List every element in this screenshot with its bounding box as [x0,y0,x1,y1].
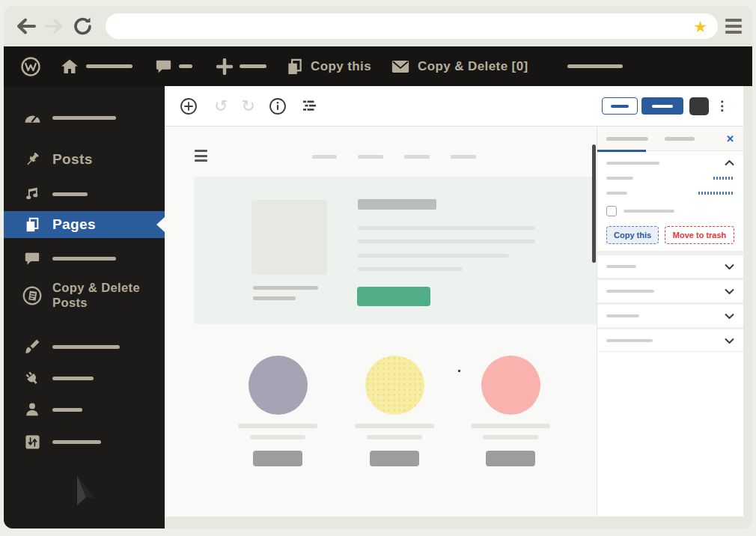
settings-toggle-button[interactable] [689,97,709,115]
gauge-icon [22,109,42,126]
forward-button[interactable] [44,17,65,35]
admin-bar-placeholder [567,64,623,68]
wireframe-hamburger-icon [195,150,207,162]
wireframe-text-line [250,435,305,439]
pushpin-icon [22,150,42,168]
sidebar-item-dashboard[interactable] [4,103,165,133]
arrow-right-icon [44,17,65,35]
plug-icon [22,370,42,387]
document-circle-icon [22,286,42,305]
music-notes-icon [22,186,42,202]
back-button[interactable] [14,16,37,36]
speech-bubble-icon [155,58,172,75]
kebab-menu-button[interactable]: ⋮ [716,98,728,114]
setting-label-placeholder [606,177,633,180]
editor-canvas[interactable] [165,127,597,517]
sidebar-item-pages[interactable]: Pages [4,211,165,238]
chevron-up-icon[interactable] [725,160,734,166]
sidebar-item-settings[interactable] [4,427,165,457]
plugins-label-placeholder [52,377,94,380]
wireframe-text-line [358,240,535,243]
users-label-placeholder [52,408,82,412]
url-bar[interactable]: ★ [106,13,718,39]
editor-area: ↺ ↻ ⋮ [165,86,743,517]
wireframe-button-placeholder [486,451,535,466]
panel-section-status: Copy this Move to trash [597,151,743,253]
wireframe-button-placeholder [253,451,302,466]
menu-bar [725,31,742,34]
publish-button[interactable] [641,97,683,115]
new-content-item[interactable] [216,58,266,75]
sidebar-item-copy-delete-posts[interactable]: Copy & Delete Posts [4,277,165,314]
section-title-placeholder [606,162,659,165]
sidebar-item-comments[interactable] [4,243,165,273]
admin-copy-delete-item[interactable]: Copy & Delete [0] [391,58,528,75]
panel-section-collapsed[interactable] [597,302,743,327]
wireframe-cta-button [357,287,430,306]
close-icon[interactable]: ✕ [726,133,734,144]
panel-action-buttons: Copy this Move to trash [597,226,743,244]
site-name-placeholder [86,64,132,68]
admin-sidebar: Posts Pages [4,86,165,529]
site-home-item[interactable] [61,58,132,76]
user-icon [22,401,42,418]
panel-section-collapsed[interactable] [597,327,743,352]
list-view-icon [303,100,317,112]
sidebar-copy-delete-posts-label: Copy & Delete Posts [52,281,146,311]
plus-icon [216,58,233,75]
sidebar-posts-label: Posts [52,151,93,168]
comments-item[interactable] [155,58,192,75]
sidebar-item-appearance[interactable] [4,332,165,362]
chevron-down-icon [725,338,734,344]
setting-value-link[interactable] [713,177,734,180]
browser-window: ★ Copy this Copy & Delete [0] [4,6,752,529]
panel-section-collapsed[interactable] [597,278,743,302]
active-tab-underline [597,150,646,153]
canvas-scrollbar-thumb[interactable] [592,144,597,263]
setting-row-checkbox [597,206,743,216]
arrow-left-icon [14,16,37,36]
wireframe-nav-link [358,155,383,159]
wireframe-feature-card [238,356,317,466]
admin-copy-this-item[interactable]: Copy this [286,58,371,76]
wireframe-text-line [358,267,463,271]
list-view-button[interactable] [303,100,317,112]
section-title-placeholder [606,265,636,268]
inserter-button[interactable] [180,97,198,115]
panel-tab-block[interactable] [665,137,695,141]
browser-chrome: ★ [4,6,752,46]
setting-row-visibility [597,177,743,180]
menu-bar [725,25,742,28]
star-icon[interactable]: ★ [693,19,707,34]
wireframe-button-placeholder [370,451,419,466]
setting-value-link[interactable] [698,192,734,195]
setting-label-placeholder [606,192,627,195]
section-title-placeholder [606,290,654,293]
redo-button[interactable]: ↻ [241,97,254,116]
feature-circle-yellow [365,356,424,415]
home-icon [61,58,79,76]
panel-tab-document[interactable] [606,137,648,141]
envelope-icon [391,58,410,75]
sidebar-item-users[interactable] [4,395,165,424]
undo-button[interactable]: ↺ [214,97,228,116]
wordpress-logo-icon [20,56,41,77]
appearance-label-placeholder [52,345,120,349]
chevron-down-icon [725,264,734,269]
refresh-button[interactable] [73,16,94,37]
panel-section-collapsed[interactable] [597,253,743,278]
save-draft-button[interactable] [602,97,638,115]
sidebar-item-posts[interactable]: Posts [4,144,165,174]
copy-this-button[interactable]: Copy this [606,226,659,244]
browser-menu-button[interactable] [725,19,742,34]
move-to-trash-button[interactable]: Move to trash [665,226,734,244]
checkbox[interactable] [606,206,617,216]
paintbrush-icon [22,338,42,356]
sidebar-item-media[interactable] [4,179,165,209]
sidebar-item-plugins[interactable] [4,363,165,393]
info-button[interactable] [269,97,287,115]
wordpress-logo-button[interactable] [20,56,41,77]
section-header-row[interactable] [597,151,743,166]
section-title-placeholder [606,339,653,342]
copy-pages-icon [286,58,303,76]
